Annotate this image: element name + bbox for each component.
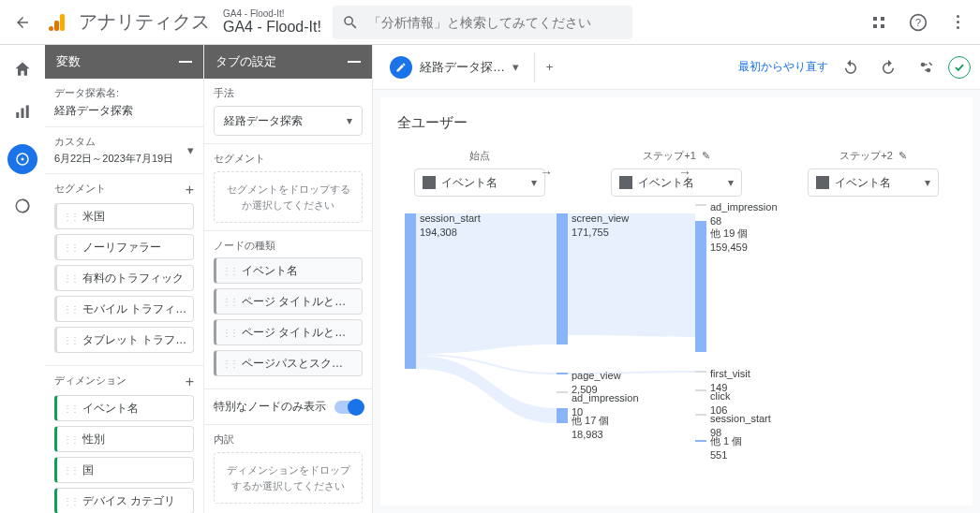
sankey-node[interactable]: 他 17 個18,983 bbox=[572, 414, 609, 442]
sankey-bar[interactable] bbox=[695, 389, 706, 391]
exploration-name[interactable]: 経路データ探索 bbox=[54, 103, 194, 119]
chip-item[interactable]: ⋮⋮米国 bbox=[54, 203, 194, 229]
sankey-node[interactable]: 他 1 個551 bbox=[710, 434, 742, 462]
breakdown-drop-zone[interactable]: ディメンションをドロップするか選択してください bbox=[214, 452, 363, 504]
start-node-select[interactable]: イベント名▾ bbox=[414, 169, 545, 197]
tag-icon bbox=[816, 176, 829, 189]
app-name: アナリティクス bbox=[79, 9, 210, 35]
sankey-bar[interactable] bbox=[557, 373, 568, 374]
svg-point-9 bbox=[22, 158, 24, 161]
sankey-bar[interactable] bbox=[557, 391, 568, 393]
vis-title: 全ユーザー bbox=[397, 114, 956, 132]
chip-item[interactable]: ⋮⋮デバイス カテゴリ bbox=[54, 488, 194, 513]
svg-rect-6 bbox=[22, 109, 24, 119]
add-dimension-button[interactable]: + bbox=[186, 374, 194, 390]
nav-rail bbox=[0, 45, 45, 513]
tab-settings-panel: タブの設定 手法 経路データ探索▾ セグメント セグメントをドロップするか選択し… bbox=[204, 45, 373, 513]
exploration-tab[interactable]: 経路データ探… ▾ bbox=[382, 56, 527, 79]
svg-rect-7 bbox=[26, 106, 29, 119]
collapse-icon[interactable] bbox=[179, 61, 192, 63]
rail-explore-icon[interactable] bbox=[7, 144, 37, 174]
back-button[interactable] bbox=[7, 7, 37, 37]
svg-rect-0 bbox=[60, 14, 65, 31]
redo-icon[interactable] bbox=[873, 52, 903, 82]
rail-ads-icon[interactable] bbox=[11, 195, 34, 217]
sankey-node[interactable]: session_start194,308 bbox=[420, 212, 481, 240]
sankey-bar[interactable] bbox=[695, 414, 706, 416]
chip-item[interactable]: ⋮⋮ページパスとスク… bbox=[214, 350, 363, 376]
sankey-bar[interactable] bbox=[557, 408, 568, 423]
search-icon bbox=[333, 14, 368, 31]
undo-icon[interactable] bbox=[836, 52, 866, 82]
restart-link[interactable]: 最初からやり直す bbox=[738, 59, 828, 75]
chip-item[interactable]: ⋮⋮ノーリファラー bbox=[54, 234, 194, 260]
sankey-bar[interactable] bbox=[695, 440, 706, 442]
step1-node-select[interactable]: イベント名▾ bbox=[611, 169, 742, 197]
sankey-bar[interactable] bbox=[557, 213, 568, 344]
svg-rect-5 bbox=[16, 112, 19, 118]
more-icon[interactable] bbox=[943, 7, 973, 37]
chip-item[interactable]: ⋮⋮モバイル トラフィ… bbox=[54, 296, 194, 322]
search-bar[interactable] bbox=[333, 6, 632, 39]
sankey-bar[interactable] bbox=[695, 371, 706, 373]
chip-item[interactable]: ⋮⋮イベント名 bbox=[54, 395, 194, 421]
svg-point-11 bbox=[921, 62, 926, 66]
tag-icon bbox=[619, 176, 632, 189]
sankey-node[interactable]: ad_impression68 bbox=[710, 200, 778, 228]
variables-panel: 変数 データ探索名: 経路データ探索 カスタム6月22日～2023年7月19日 … bbox=[45, 45, 204, 513]
canvas-area: 経路データ探… ▾ + 最初からやり直す 全ユーザー 始点 イベント名▾ ステッ… bbox=[373, 45, 980, 513]
chip-item[interactable]: ⋮⋮性別 bbox=[54, 426, 194, 452]
chip-item[interactable]: ⋮⋮有料のトラフィック bbox=[54, 265, 194, 291]
technique-select[interactable]: 経路データ探索▾ bbox=[214, 106, 363, 136]
svg-point-2 bbox=[49, 26, 53, 31]
add-tab-button[interactable]: + bbox=[534, 52, 564, 82]
property-selector[interactable]: GA4 - Flood-It! GA4 - Flood-It! bbox=[223, 8, 321, 36]
date-range-picker[interactable]: カスタム6月22日～2023年7月19日 ▾ bbox=[45, 127, 203, 174]
chevron-down-icon: ▾ bbox=[512, 60, 519, 74]
edit-step-icon[interactable]: ✎ bbox=[898, 150, 907, 162]
special-nodes-toggle[interactable] bbox=[334, 401, 363, 414]
pencil-icon bbox=[390, 56, 412, 79]
rail-reports-icon[interactable] bbox=[11, 101, 34, 124]
analytics-logo bbox=[47, 11, 69, 34]
search-input[interactable] bbox=[368, 15, 632, 30]
sankey-bar[interactable] bbox=[695, 204, 706, 206]
tag-icon bbox=[423, 176, 436, 189]
tab-settings-header: タブの設定 bbox=[204, 45, 372, 79]
chip-item[interactable]: ⋮⋮ページ タイトルと… bbox=[214, 288, 363, 315]
edit-step-icon[interactable]: ✎ bbox=[702, 150, 710, 162]
sankey-node[interactable]: 他 19 個159,459 bbox=[710, 227, 748, 255]
step2-node-select[interactable]: イベント名▾ bbox=[808, 169, 939, 197]
sankey-bar[interactable] bbox=[405, 213, 416, 369]
collapse-icon[interactable] bbox=[348, 61, 361, 63]
chevron-down-icon: ▾ bbox=[187, 143, 194, 157]
chip-item[interactable]: ⋮⋮タブレット トラフ… bbox=[54, 327, 194, 353]
chip-item[interactable]: ⋮⋮ページ タイトルと… bbox=[214, 319, 363, 345]
segment-drop-zone[interactable]: セグメントをドロップするか選択してください bbox=[214, 171, 363, 223]
add-segment-button[interactable]: + bbox=[186, 182, 194, 198]
chip-item[interactable]: ⋮⋮イベント名 bbox=[214, 257, 363, 284]
rail-home-icon[interactable] bbox=[11, 58, 34, 81]
svg-text:?: ? bbox=[915, 17, 921, 28]
variables-header: 変数 bbox=[45, 45, 203, 79]
status-check-icon[interactable] bbox=[948, 56, 971, 79]
sankey-bar[interactable] bbox=[695, 221, 706, 352]
chip-item[interactable]: ⋮⋮国 bbox=[54, 457, 194, 483]
svg-rect-1 bbox=[54, 21, 59, 31]
sankey-chart: → → session_start194,308 screen_view171,… bbox=[397, 204, 956, 506]
sankey-node[interactable]: screen_view171,755 bbox=[572, 212, 629, 240]
share-icon[interactable] bbox=[911, 52, 941, 82]
apps-icon[interactable] bbox=[864, 7, 894, 37]
help-icon[interactable]: ? bbox=[903, 7, 933, 37]
